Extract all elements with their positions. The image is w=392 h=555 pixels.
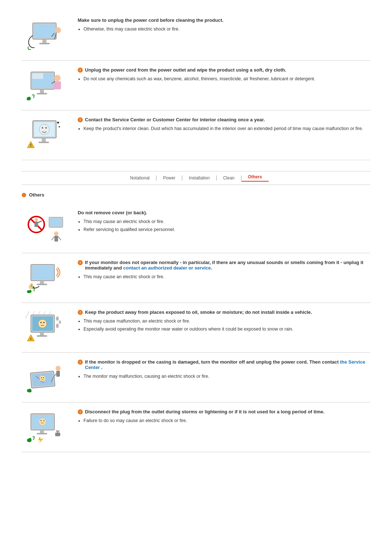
tab-clean[interactable]: Clean — [217, 175, 241, 181]
others-title-text-5: Disconnect the plug from the outlet duri… — [85, 409, 324, 414]
svg-point-19 — [42, 127, 43, 129]
clean-content-1: Make sure to unplug the power cord befor… — [78, 17, 370, 34]
others-title-text-2: If your monitor does not operate normall… — [85, 260, 370, 271]
others-bullet-1-1: This may cause an electric shock or fire… — [83, 218, 370, 225]
others-bullets-4: The monitor may malfunction, causing an … — [83, 373, 370, 380]
others-section-header: Others — [22, 192, 370, 198]
svg-line-37 — [58, 236, 61, 240]
svg-rect-40 — [40, 281, 44, 284]
svg-line-31 — [38, 221, 42, 223]
svg-point-53 — [40, 322, 42, 323]
svg-point-60 — [59, 320, 61, 324]
others-content-2: ! If your monitor does not operate norma… — [78, 260, 370, 281]
tab-notational[interactable]: Notational — [123, 175, 156, 181]
clean-image-3: ! ✦ ✦ — [22, 117, 69, 153]
svg-point-69 — [56, 366, 61, 371]
others-image-5 — [22, 409, 69, 445]
svg-rect-2 — [42, 39, 46, 43]
navigation-tabs: Notational Power Installation Clean Othe… — [22, 171, 370, 185]
clean-image-1 — [22, 17, 69, 54]
others-bullets-3: This may cause malfunction, an electric … — [83, 318, 370, 333]
svg-rect-39 — [32, 266, 53, 279]
clean-title-text-3: Contact the Service Center or Customer C… — [85, 117, 265, 122]
others-title-2: ! If your monitor does not operate norma… — [78, 260, 370, 271]
svg-point-75 — [44, 420, 45, 421]
clean-section-1: Make sure to unplug the power cord befor… — [22, 11, 370, 61]
others-bullets-1: This may cause an electric shock or fire… — [83, 218, 370, 233]
caution-icon-others-5: ! — [78, 409, 83, 414]
others-bullet-4-1: The monitor may malfunction, causing an … — [83, 373, 370, 380]
others-bullets-2: This may cause an electric shock or fire… — [83, 274, 370, 280]
svg-rect-41 — [37, 284, 47, 285]
others-title-5: ! Disconnect the plug from the outlet du… — [78, 409, 370, 414]
others-header-label: Others — [29, 192, 44, 198]
others-bullet-3-1: This may cause malfunction, an electric … — [83, 318, 370, 325]
others-section-1: Do not remove cover (or back). This may … — [22, 203, 370, 253]
others-bullet-1-2: Refer servicing to qualified service per… — [83, 226, 370, 233]
tab-installation[interactable]: Installation — [182, 175, 216, 181]
contact-dealer-link[interactable]: contact an authorized dealer or service — [123, 265, 211, 271]
svg-point-34 — [54, 231, 58, 236]
svg-rect-56 — [37, 335, 47, 337]
svg-text:!: ! — [30, 337, 32, 341]
others-section-4: ! If the monitor is dropped or the casin… — [22, 353, 370, 402]
svg-rect-76 — [40, 430, 44, 433]
svg-point-54 — [43, 322, 45, 323]
svg-line-36 — [52, 236, 54, 240]
clean-title-2: ! Unplug the power cord from the power o… — [78, 67, 370, 73]
others-bullet-2-1: This may cause an electric shock or fire… — [83, 274, 370, 280]
others-title-4: ! If the monitor is dropped or the casin… — [78, 359, 370, 370]
svg-point-11 — [54, 75, 61, 81]
svg-rect-35 — [54, 236, 58, 242]
others-bullet-5-1: Failure to do so may cause an electric s… — [83, 417, 370, 424]
caution-icon-others-3: ! — [78, 310, 83, 315]
svg-rect-3 — [39, 43, 50, 44]
clean-bullet-3-1: Keep the product's interior clean. Dust … — [83, 125, 370, 132]
others-section-2: 😱 ! If your monitor does not operate nor… — [22, 253, 370, 303]
svg-rect-9 — [40, 89, 44, 93]
others-image-4 — [22, 359, 69, 396]
svg-rect-30 — [34, 222, 38, 227]
service-center-link[interactable]: the Service Center — [85, 359, 365, 370]
others-bullets-5: Failure to do so may cause an electric s… — [83, 417, 370, 424]
tab-power[interactable]: Power — [156, 175, 182, 181]
clean-bullet-2-1: Do not use any chemicals such as wax, be… — [83, 76, 370, 82]
caution-icon-others-2: ! — [78, 260, 83, 265]
svg-rect-22 — [38, 142, 49, 143]
clean-content-2: ! Unplug the power cord from the power o… — [78, 67, 370, 84]
svg-point-66 — [40, 376, 45, 381]
svg-point-68 — [43, 377, 44, 378]
clean-bullets-2: Do not use any chemicals such as wax, be… — [83, 76, 370, 82]
svg-rect-70 — [56, 371, 60, 377]
others-title-1: Do not remove cover (or back). — [78, 210, 370, 215]
svg-rect-33 — [50, 218, 62, 226]
clean-title-3: ! Contact the Service Center or Customer… — [78, 117, 370, 122]
svg-point-73 — [39, 418, 46, 425]
clean-bullets-1: Otherwise, this may cause electric shock… — [83, 26, 370, 33]
svg-point-61 — [56, 324, 59, 328]
others-content-5: ! Disconnect the plug from the outlet du… — [78, 409, 370, 425]
svg-rect-77 — [37, 433, 47, 434]
svg-point-67 — [41, 377, 42, 378]
svg-text:✦: ✦ — [58, 125, 61, 129]
svg-rect-21 — [42, 138, 46, 142]
others-content-1: Do not remove cover (or back). This may … — [78, 210, 370, 234]
clean-title-text-2: Unplug the power cord from the power out… — [85, 67, 286, 73]
svg-point-59 — [56, 316, 59, 321]
others-title-text-3: Keep the product away from places expose… — [85, 309, 312, 315]
tab-others[interactable]: Others — [241, 174, 269, 182]
svg-rect-15 — [32, 73, 43, 79]
svg-point-20 — [45, 127, 47, 129]
clean-bullets-3: Keep the product's interior clean. Dust … — [83, 125, 370, 132]
others-section-3: ! ! Keep the product away from places ex… — [22, 303, 370, 353]
svg-point-18 — [39, 124, 49, 134]
svg-text:😱: 😱 — [30, 283, 33, 287]
svg-text:✦: ✦ — [56, 120, 60, 125]
svg-point-4 — [55, 27, 61, 33]
clean-bullet-1-1: Otherwise, this may cause electric shock… — [83, 26, 370, 33]
svg-point-74 — [41, 420, 42, 421]
caution-icon-3: ! — [78, 117, 83, 122]
others-title-text-1: Do not remove cover (or back). — [78, 210, 147, 215]
others-content-3: ! Keep the product away from places expo… — [78, 309, 370, 334]
others-header-dot — [22, 193, 26, 197]
